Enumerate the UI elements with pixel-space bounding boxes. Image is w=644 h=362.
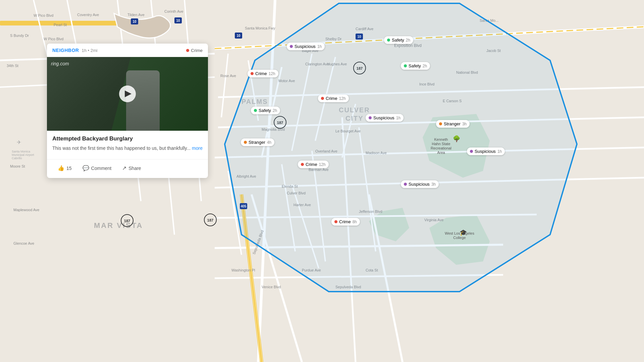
post-text-content: This was not the first time this has hap… bbox=[52, 145, 191, 151]
svg-text:✈: ✈ bbox=[17, 139, 21, 145]
svg-text:Santa Monica Fwy: Santa Monica Fwy bbox=[245, 26, 275, 30]
comment-label: Comment bbox=[91, 166, 112, 171]
svg-text:Recreational: Recreational bbox=[431, 146, 451, 150]
share-label: Share bbox=[128, 166, 141, 171]
svg-text:Kenneth: Kenneth bbox=[434, 137, 448, 141]
svg-text:Tilden Ave: Tilden Ave bbox=[127, 13, 145, 17]
like-button[interactable]: 👍 15 bbox=[52, 163, 77, 173]
svg-text:Municipal Airport: Municipal Airport bbox=[12, 153, 34, 157]
svg-text:Santa Monica: Santa Monica bbox=[12, 150, 30, 153]
play-button[interactable] bbox=[119, 85, 136, 102]
post-meta: 1h • 2mi bbox=[82, 48, 97, 53]
like-count: 15 bbox=[66, 166, 72, 171]
svg-text:College: College bbox=[453, 236, 466, 240]
svg-text:10: 10 bbox=[176, 19, 180, 22]
post-video-overlay[interactable] bbox=[47, 57, 208, 131]
svg-text:Maplewood Ave: Maplewood Ave bbox=[13, 208, 39, 212]
svg-text:187: 187 bbox=[207, 218, 213, 222]
svg-text:S Bundy Dr: S Bundy Dr bbox=[10, 34, 29, 38]
svg-text:Glencoe Ave: Glencoe Ave bbox=[13, 241, 34, 245]
svg-text:Pearl St: Pearl St bbox=[54, 23, 67, 27]
more-link[interactable]: more bbox=[192, 145, 203, 151]
svg-text:W Pico Blvd: W Pico Blvd bbox=[44, 37, 63, 41]
post-source: NEIGHBOR 1h • 2mi bbox=[52, 48, 98, 53]
svg-text:🌳: 🌳 bbox=[453, 135, 461, 142]
share-button[interactable]: ↗ Share bbox=[117, 163, 146, 173]
post-source-label: NEIGHBOR bbox=[52, 48, 79, 53]
category-label: Crime bbox=[191, 48, 203, 53]
svg-text:Area: Area bbox=[437, 150, 445, 155]
svg-text:Moore St: Moore St bbox=[10, 164, 25, 168]
svg-text:Washington Pl: Washington Pl bbox=[231, 268, 255, 272]
svg-text:Coventry Ave: Coventry Ave bbox=[77, 13, 99, 17]
svg-text:187: 187 bbox=[124, 219, 130, 223]
post-actions: 👍 15 💬 Comment ↗ Share bbox=[47, 159, 208, 178]
svg-marker-110 bbox=[225, 3, 577, 292]
comment-button[interactable]: 💬 Comment bbox=[77, 163, 117, 173]
svg-text:W Pico Blvd: W Pico Blvd bbox=[34, 13, 53, 17]
svg-text:34th St: 34th St bbox=[7, 64, 18, 68]
post-body: Attempted Backyard Burglary This was not… bbox=[47, 131, 208, 157]
svg-text:10: 10 bbox=[132, 20, 137, 23]
post-card: NEIGHBOR 1h • 2mi Crime ring.com Attempt… bbox=[47, 44, 208, 178]
svg-text:10: 10 bbox=[236, 34, 240, 38]
post-header: NEIGHBOR 1h • 2mi Crime bbox=[47, 44, 208, 57]
share-icon: ↗ bbox=[122, 165, 126, 171]
svg-text:Rose Ave: Rose Ave bbox=[220, 74, 236, 78]
post-category: Crime bbox=[186, 48, 203, 53]
post-title: Attempted Backyard Burglary bbox=[52, 135, 203, 142]
svg-text:Corinth Ave: Corinth Ave bbox=[164, 9, 183, 13]
comment-icon: 💬 bbox=[83, 165, 89, 171]
svg-text:Cabrillo: Cabrillo bbox=[12, 157, 22, 160]
svg-text:MAR VISTA: MAR VISTA bbox=[94, 221, 143, 230]
svg-text:Venice Blvd: Venice Blvd bbox=[262, 285, 281, 289]
like-icon: 👍 bbox=[58, 165, 64, 171]
category-dot bbox=[186, 49, 189, 52]
svg-text:🎓: 🎓 bbox=[460, 229, 467, 236]
post-video[interactable]: ring.com bbox=[47, 57, 208, 131]
svg-text:Hahn State: Hahn State bbox=[432, 142, 450, 146]
post-text: This was not the first time this has hap… bbox=[52, 145, 203, 152]
